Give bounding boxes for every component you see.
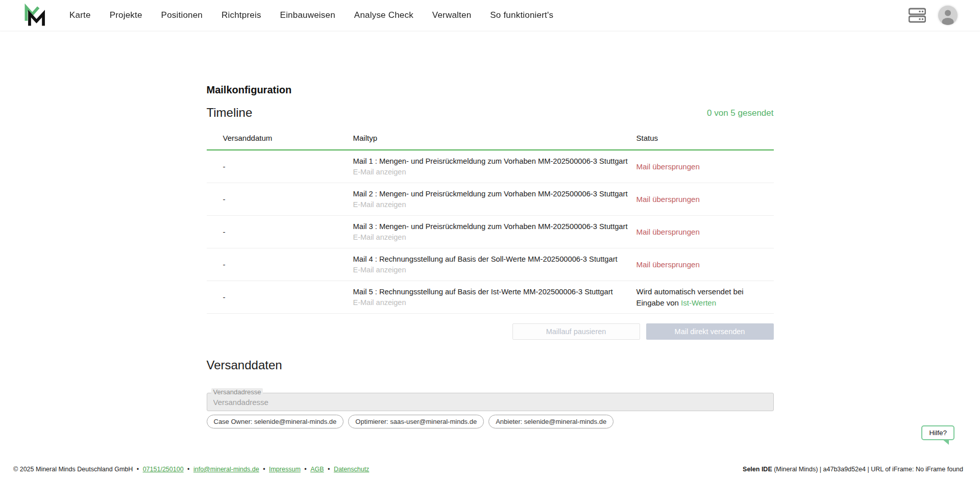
footer-right: Selen IDE (Mineral Minds) | a47b3a9d52e4… [743, 466, 963, 473]
footer-separator: • [186, 466, 191, 473]
email-anzeigen-link[interactable]: E-Mail anzeigen [353, 233, 406, 241]
nav-item-verwalten[interactable]: Verwalten [432, 10, 471, 20]
recipient-chip[interactable]: Anbieter: selenide@mineral-minds.de [488, 415, 614, 428]
table-row: -Mail 4 : Rechnungsstellung auf Basis de… [207, 248, 774, 281]
table-row: -Mail 5 : Rechnungsstellung auf Basis de… [207, 281, 774, 314]
col-status: Status [636, 134, 774, 149]
mailtyp-cell: Mail 3 : Mengen- und Preisrückmeldung zu… [353, 222, 636, 242]
nav-items: KarteProjektePositionenRichtpreisEinbauw… [69, 10, 909, 20]
status-cell: Mail übersprungen [636, 227, 774, 237]
email-anzeigen-link[interactable]: E-Mail anzeigen [353, 266, 406, 274]
nav-item-analyse-check[interactable]: Analyse Check [354, 10, 413, 20]
footer-links: • 07151/250100 • info@mineral-minds.de •… [133, 466, 369, 473]
mailtyp-cell: Mail 2 : Mengen- und Preisrückmeldung zu… [353, 190, 636, 209]
top-navbar: KarteProjektePositionenRichtpreisEinbauw… [0, 0, 980, 31]
footer-separator: • [135, 466, 140, 473]
status-cell: Mail übersprungen [636, 195, 774, 204]
footer-separator: • [303, 466, 308, 473]
status-cell: Mail übersprungen [636, 162, 774, 171]
versanddatum-cell: - [223, 195, 353, 204]
versanddatum-cell: - [223, 293, 353, 301]
recipient-chip[interactable]: Case Owner: selenide@mineral-minds.de [207, 415, 344, 428]
nav-item-einbauweisen[interactable]: Einbauweisen [280, 10, 335, 20]
ist-werten-link[interactable]: Ist-Werten [681, 298, 716, 307]
footer-left: © 2025 Mineral Minds Deutschland GmbH • … [13, 466, 369, 473]
status-cell: Mail übersprungen [636, 260, 774, 269]
status-skipped-text: Mail übersprungen [636, 195, 700, 204]
status-skipped-text: Mail übersprungen [636, 260, 700, 269]
sent-summary: 0 von 5 gesendet [707, 108, 773, 120]
table-header: Versanddatum Mailtyp Status [207, 120, 774, 150]
timeline-heading: Timeline [207, 106, 253, 120]
mailtyp-text: Mail 1 : Mengen- und Preisrückmeldung zu… [353, 157, 636, 165]
email-anzeigen-link[interactable]: E-Mail anzeigen [353, 168, 406, 176]
mail-direkt-versenden-button[interactable]: Mail direkt versenden [646, 323, 774, 340]
versandadresse-input[interactable] [207, 393, 774, 411]
email-anzeigen-link[interactable]: E-Mail anzeigen [353, 298, 406, 307]
main-content: Mailkonfiguration Timeline 0 von 5 gesen… [207, 0, 774, 471]
mineral-minds-logo-icon[interactable] [22, 4, 46, 27]
hilfe-button[interactable]: Hilfe? [921, 425, 954, 440]
mailtyp-text: Mail 5 : Rechnungsstellung auf Basis der… [353, 288, 636, 296]
nav-item-positionen[interactable]: Positionen [161, 10, 203, 20]
table-row: -Mail 1 : Mengen- und Preisrückmeldung z… [207, 150, 774, 183]
footer-link-07151-250100[interactable]: 07151/250100 [143, 466, 184, 473]
status-skipped-text: Mail übersprungen [636, 227, 700, 236]
col-mailtyp: Mailtyp [353, 134, 636, 149]
versandadresse-field-wrap: Versandadresse [207, 393, 774, 411]
table-row: -Mail 3 : Mengen- und Preisrückmeldung z… [207, 216, 774, 248]
timeline-table-body: -Mail 1 : Mengen- und Preisrückmeldung z… [207, 150, 774, 314]
status-cell: Wird automatisch versendet bei Eingabe v… [636, 286, 774, 309]
footer-separator: • [261, 466, 267, 473]
footer-copyright: © 2025 Mineral Minds Deutschland GmbH [13, 466, 133, 473]
user-avatar[interactable] [938, 6, 958, 25]
server-icon[interactable] [909, 8, 926, 23]
footer-link-agb[interactable]: AGB [310, 466, 324, 473]
footer: © 2025 Mineral Minds Deutschland GmbH • … [0, 458, 980, 481]
nav-item-so-funktioniert-s[interactable]: So funktioniert's [490, 10, 553, 20]
mailtyp-cell: Mail 1 : Mengen- und Preisrückmeldung zu… [353, 157, 636, 176]
maillauf-pausieren-button[interactable]: Maillauf pausieren [512, 323, 640, 340]
email-anzeigen-link[interactable]: E-Mail anzeigen [353, 200, 406, 209]
footer-link-datenschutz[interactable]: Datenschutz [334, 466, 369, 473]
versandadresse-label: Versandadresse [211, 388, 263, 397]
versanddatum-cell: - [223, 260, 353, 269]
navbar-right [909, 6, 958, 25]
recipient-chips: Case Owner: selenide@mineral-minds.deOpt… [207, 415, 774, 428]
mailtyp-text: Mail 2 : Mengen- und Preisrückmeldung zu… [353, 190, 636, 198]
footer-app-name: Selen IDE [743, 466, 772, 473]
nav-item-karte[interactable]: Karte [69, 10, 91, 20]
status-auto-text: Wird automatisch versendet bei Eingabe v… [636, 286, 774, 309]
mailtyp-cell: Mail 4 : Rechnungsstellung auf Basis der… [353, 255, 636, 274]
versanddatum-cell: - [223, 162, 353, 171]
person-icon [938, 6, 958, 25]
versanddaten-heading: Versanddaten [207, 358, 774, 372]
status-skipped-text: Mail übersprungen [636, 162, 700, 171]
mail-actions: Maillauf pausieren Mail direkt versenden [207, 323, 774, 340]
footer-separator: • [326, 466, 332, 473]
mailtyp-text: Mail 4 : Rechnungsstellung auf Basis der… [353, 255, 636, 263]
footer-link-info-mineral-minds-de[interactable]: info@mineral-minds.de [193, 466, 259, 473]
col-versanddatum: Versanddatum [223, 134, 353, 149]
timeline-header-row: Timeline 0 von 5 gesendet [207, 106, 774, 120]
mailtyp-text: Mail 3 : Mengen- und Preisrückmeldung zu… [353, 222, 636, 231]
versanddatum-cell: - [223, 227, 353, 236]
footer-debug-info: (Mineral Minds) | a47b3a9d52e4 | URL of … [772, 466, 963, 473]
nav-item-richtpreis[interactable]: Richtpreis [222, 10, 261, 20]
timeline-table: Versanddatum Mailtyp Status -Mail 1 : Me… [207, 120, 774, 314]
mailtyp-cell: Mail 5 : Rechnungsstellung auf Basis der… [353, 288, 636, 307]
table-row: -Mail 2 : Mengen- und Preisrückmeldung z… [207, 183, 774, 216]
nav-item-projekte[interactable]: Projekte [110, 10, 142, 20]
page-title: Mailkonfiguration [207, 84, 774, 96]
footer-link-impressum[interactable]: Impressum [269, 466, 301, 473]
recipient-chip[interactable]: Optimierer: saas-user@mineral-minds.de [348, 415, 484, 428]
